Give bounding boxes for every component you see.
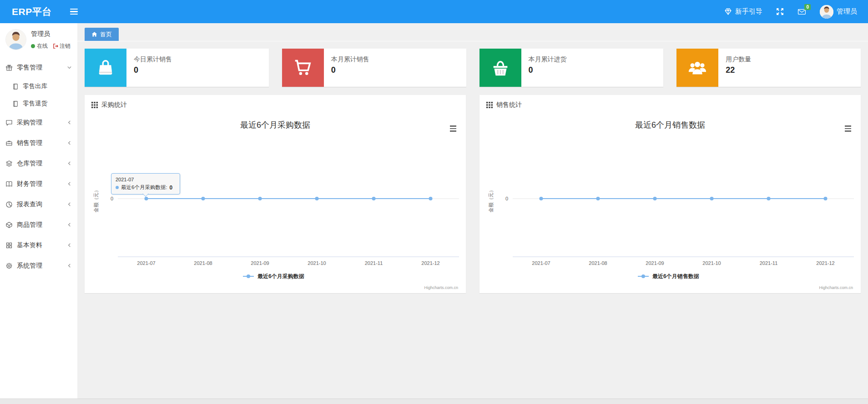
fullscreen-button[interactable] [776,8,784,15]
th-grid-icon [486,102,493,108]
svg-text:2021-10: 2021-10 [308,260,326,266]
online-status-label: 在线 [37,42,48,50]
logout-button[interactable]: 注销 [52,42,71,50]
grid-icon [5,242,13,249]
tab-home[interactable]: 首页 [85,28,119,41]
chevron-left-icon [67,120,72,125]
sidebar: 管理员 在线 注销 零售管理 [0,23,77,399]
svg-text:2021-12: 2021-12 [421,260,439,266]
sidebar-toggle-icon[interactable] [70,9,78,15]
svg-text:最近6个月销售数据: 最近6个月销售数据 [652,273,699,279]
app-brand: ERP平台 [12,5,52,18]
sidebar-item-basedata[interactable]: 基本资料 [0,235,77,255]
chevron-left-icon [67,140,72,145]
stat-card-user-count: 用户数量 22 [676,49,861,87]
main-area: 首页 今日累计销售 0 [77,23,868,399]
sidebar-item-retail-return[interactable]: 零售退货 [0,95,77,112]
sidebar-item-retail-outbound[interactable]: 零售出库 [0,78,77,95]
breadcrumb: 首页 [77,23,868,41]
stat-card-today-sales: 今日累计销售 0 [85,49,269,87]
sidebar-menu: 零售管理 零售出库 零售退货 [0,55,77,276]
layers-icon [5,160,13,167]
th-grid-icon [91,102,98,108]
stat-card-month-sales: 本月累计销售 0 [282,49,466,87]
gift-icon [5,64,13,71]
svg-text:2021-10: 2021-10 [702,260,721,266]
svg-text:2021-07: 2021-07 [532,260,550,266]
svg-text:Highcharts.com.cn: Highcharts.com.cn [819,285,853,290]
chevron-left-icon [67,222,72,227]
cart-icon [282,49,324,87]
chart-export-menu-icon[interactable] [449,124,458,133]
retail-submenu: 零售出库 零售退货 [0,78,77,112]
purchase-stats-panel: 采购统计 最近6个月采购数据 金额（元）02021-072021-082021-… [85,95,466,293]
svg-text:2021-11: 2021-11 [760,260,778,266]
sidebar-item-warehouse[interactable]: 仓库管理 [0,153,77,174]
user-avatar [820,5,833,19]
chart-export-menu-icon[interactable] [843,124,853,133]
page-footer [0,399,868,404]
sidebar-user-name: 管理员 [31,30,71,38]
chart-tooltip: 2021-07 最近6个月采购数据: 0 [111,173,180,195]
purchase-chart[interactable]: 金额（元）02021-072021-082021-092021-102021-1… [91,133,459,291]
bag-icon [85,49,126,87]
svg-text:2021-08: 2021-08 [194,260,212,266]
message-count-badge: 0 [804,4,811,10]
gear-icon [5,262,13,269]
sales-stats-panel: 销售统计 最近6个月销售数据 金额（元）02021-072021-082021-… [479,95,861,293]
sidebar-item-goods[interactable]: 商品管理 [0,214,77,235]
svg-text:Highcharts.com.cn: Highcharts.com.cn [424,285,458,290]
series-marker-dot [116,186,119,189]
stat-cards-row: 今日累计销售 0 本月累计销售 0 [85,49,861,87]
sidebar-item-purchase[interactable]: 采购管理 [0,112,77,133]
briefcase-icon [5,140,13,147]
svg-text:金额（元）: 金额（元） [488,188,494,213]
chevron-left-icon [67,243,72,248]
guide-button[interactable]: 新手引导 [724,7,762,16]
chevron-left-icon [67,181,72,186]
chevron-left-icon [67,202,72,207]
svg-text:2021-08: 2021-08 [589,260,607,266]
svg-text:金额（元）: 金额（元） [93,188,99,213]
fullscreen-icon [776,8,784,15]
sidebar-user-block: 管理员 在线 注销 [0,23,77,55]
chart-title: 最近6个月采购数据 [91,114,459,131]
sidebar-item-finance[interactable]: 财务管理 [0,174,77,194]
panel-title: 采购统计 [101,101,127,109]
sidebar-user-avatar [5,29,26,50]
svg-text:2021-09: 2021-09 [646,260,664,266]
user-menu[interactable]: 管理员 [820,5,857,19]
chat-icon [5,119,13,126]
users-icon [676,49,718,87]
basket-icon [479,49,521,87]
messages-button[interactable]: 0 [797,8,806,15]
chevron-down-icon [67,65,72,70]
panel-title: 销售统计 [496,101,522,109]
home-icon [91,31,97,37]
charts-row: 采购统计 最近6个月采购数据 金额（元）02021-072021-082021-… [85,95,861,293]
svg-text:最近6个月采购数据: 最近6个月采购数据 [257,273,304,279]
chevron-left-icon [67,161,72,166]
sidebar-item-system[interactable]: 系统管理 [0,255,77,276]
sidebar-item-retail[interactable]: 零售管理 [0,57,77,78]
svg-text:2021-07: 2021-07 [137,260,155,266]
user-name: 管理员 [837,7,857,16]
gem-icon [724,8,732,15]
sales-chart[interactable]: 金额（元）02021-072021-082021-092021-102021-1… [486,133,854,291]
online-status-dot [31,44,35,48]
box-icon [5,221,13,229]
chart-title: 最近6个月销售数据 [486,114,854,131]
svg-text:2021-12: 2021-12 [816,260,834,266]
svg-text:0: 0 [505,196,508,201]
chevron-left-icon [67,263,72,268]
journal-icon [12,100,19,107]
svg-text:0: 0 [111,196,113,201]
logout-icon [52,43,58,49]
stat-card-month-purchase: 本月累计进货 0 [479,49,664,87]
sidebar-item-sales[interactable]: 销售管理 [0,133,77,153]
journal-icon [12,83,19,90]
top-navbar: ERP平台 新手引导 0 [0,0,868,23]
sidebar-item-reports[interactable]: 报表查询 [0,194,77,214]
book-icon [5,180,13,188]
pie-chart-icon [5,201,13,208]
